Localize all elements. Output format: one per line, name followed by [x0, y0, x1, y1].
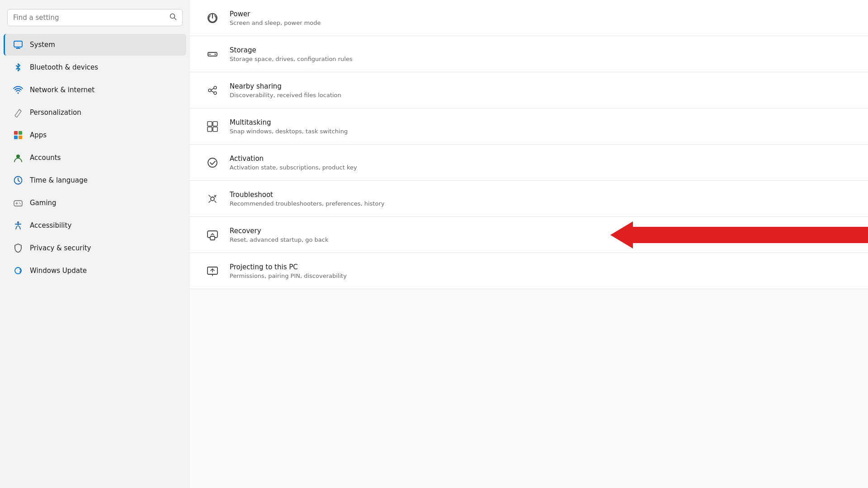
sidebar-item-bluetooth[interactable]: Bluetooth & devices [4, 56, 186, 78]
bluetooth-icon [13, 62, 24, 73]
sidebar-label-gaming: Gaming [30, 199, 57, 207]
sidebar-label-accessibility: Accessibility [30, 221, 71, 230]
svg-point-35 [211, 197, 214, 201]
sidebar-label-accounts: Accounts [30, 154, 61, 162]
gaming-icon [13, 197, 24, 208]
accessibility-icon [13, 220, 24, 231]
sidebar-label-time: Time & language [30, 176, 88, 184]
settings-item-storage[interactable]: Storage Storage space, drives, configura… [190, 36, 868, 72]
svg-point-34 [208, 158, 217, 167]
power-title: Power [230, 10, 854, 18]
multitasking-title: Multitasking [230, 118, 854, 127]
svg-point-5 [18, 93, 19, 94]
svg-point-17 [20, 203, 21, 204]
svg-line-6 [19, 109, 21, 111]
sidebar-label-apps: Apps [30, 131, 47, 139]
storage-icon [204, 46, 221, 62]
search-input[interactable] [13, 14, 168, 22]
sidebar-label-network: Network & internet [30, 86, 94, 94]
system-icon [13, 39, 24, 50]
svg-point-11 [16, 155, 20, 158]
activation-subtitle: Activation state, subscriptions, product… [230, 164, 854, 171]
svg-rect-33 [213, 127, 217, 131]
sidebar: System Bluetooth & devices Network & int… [0, 0, 190, 488]
main-content: Power Screen and sleep, power mode Stora… [190, 0, 868, 488]
nearby-subtitle: Discoverability, received files location [230, 92, 854, 99]
accounts-icon [13, 152, 24, 163]
sidebar-item-accounts[interactable]: Accounts [4, 147, 186, 169]
troubleshoot-icon [204, 191, 221, 207]
power-text: Power Screen and sleep, power mode [230, 10, 854, 26]
personalization-icon [13, 107, 24, 118]
projecting-title: Projecting to this PC [230, 263, 854, 271]
settings-item-activation[interactable]: Activation Activation state, subscriptio… [190, 145, 868, 181]
svg-line-28 [211, 88, 214, 90]
nearby-title: Nearby sharing [230, 82, 854, 90]
svg-rect-13 [14, 201, 22, 206]
projecting-subtitle: Permissions, pairing PIN, discoverabilit… [230, 272, 854, 279]
settings-item-projecting[interactable]: Projecting to this PC Permissions, pairi… [190, 253, 868, 289]
svg-rect-9 [14, 136, 18, 139]
sidebar-label-personalization: Personalization [30, 108, 81, 117]
svg-point-24 [215, 53, 216, 55]
sidebar-label-bluetooth: Bluetooth & devices [30, 63, 98, 71]
troubleshoot-subtitle: Recommended troubleshooters, preferences… [230, 200, 854, 207]
multitasking-icon [204, 118, 221, 135]
svg-rect-32 [208, 127, 212, 131]
search-box[interactable] [7, 9, 183, 26]
svg-rect-30 [208, 122, 212, 126]
svg-rect-8 [19, 131, 22, 135]
settings-item-power[interactable]: Power Screen and sleep, power mode [190, 0, 868, 36]
svg-rect-2 [14, 41, 22, 47]
sidebar-label-update: Windows Update [30, 267, 87, 275]
search-container [0, 5, 190, 33]
activation-icon [204, 155, 221, 171]
svg-rect-36 [210, 236, 215, 240]
storage-subtitle: Storage space, drives, configuration rul… [230, 56, 854, 62]
search-icon [170, 13, 177, 22]
multitasking-subtitle: Snap windows, desktops, task switching [230, 128, 854, 135]
nearby-text: Nearby sharing Discoverability, received… [230, 82, 854, 99]
recovery-icon [204, 227, 221, 243]
svg-rect-10 [19, 136, 22, 139]
sidebar-item-privacy[interactable]: Privacy & security [4, 237, 186, 259]
multitasking-text: Multitasking Snap windows, desktops, tas… [230, 118, 854, 135]
sidebar-label-privacy: Privacy & security [30, 244, 91, 252]
projecting-icon [204, 263, 221, 279]
sidebar-item-apps[interactable]: Apps [4, 124, 186, 146]
time-icon [13, 175, 24, 186]
sidebar-item-time[interactable]: Time & language [4, 169, 186, 191]
troubleshoot-text: Troubleshoot Recommended troubleshooters… [230, 191, 854, 207]
privacy-icon [13, 243, 24, 253]
storage-text: Storage Storage space, drives, configura… [230, 46, 854, 62]
svg-point-26 [208, 89, 211, 92]
network-icon [13, 84, 24, 95]
troubleshoot-title: Troubleshoot [230, 191, 854, 199]
sidebar-item-update[interactable]: Windows Update [4, 260, 186, 282]
update-icon [13, 265, 24, 276]
red-arrow-annotation [611, 221, 868, 249]
power-icon [204, 10, 221, 26]
settings-item-troubleshoot[interactable]: Troubleshoot Recommended troubleshooters… [190, 181, 868, 217]
sidebar-item-personalization[interactable]: Personalization [4, 102, 186, 123]
activation-title: Activation [230, 155, 854, 163]
settings-list: Power Screen and sleep, power mode Stora… [190, 0, 868, 289]
apps-icon [13, 130, 24, 141]
settings-item-multitasking[interactable]: Multitasking Snap windows, desktops, tas… [190, 108, 868, 145]
settings-item-recovery[interactable]: Recovery Reset, advanced startup, go bac… [190, 217, 868, 253]
svg-rect-31 [213, 122, 217, 126]
storage-title: Storage [230, 46, 854, 54]
svg-point-25 [214, 86, 217, 89]
svg-rect-7 [14, 131, 18, 135]
svg-line-29 [211, 91, 214, 93]
sidebar-item-gaming[interactable]: Gaming [4, 192, 186, 214]
sidebar-item-network[interactable]: Network & internet [4, 79, 186, 101]
arrow-shaft [633, 227, 868, 243]
arrow-head [610, 221, 633, 249]
sidebar-item-system[interactable]: System [4, 34, 186, 56]
projecting-text: Projecting to this PC Permissions, pairi… [230, 263, 854, 279]
nearby-icon [204, 82, 221, 99]
settings-item-nearby[interactable]: Nearby sharing Discoverability, received… [190, 72, 868, 108]
power-subtitle: Screen and sleep, power mode [230, 19, 854, 26]
sidebar-item-accessibility[interactable]: Accessibility [4, 215, 186, 236]
